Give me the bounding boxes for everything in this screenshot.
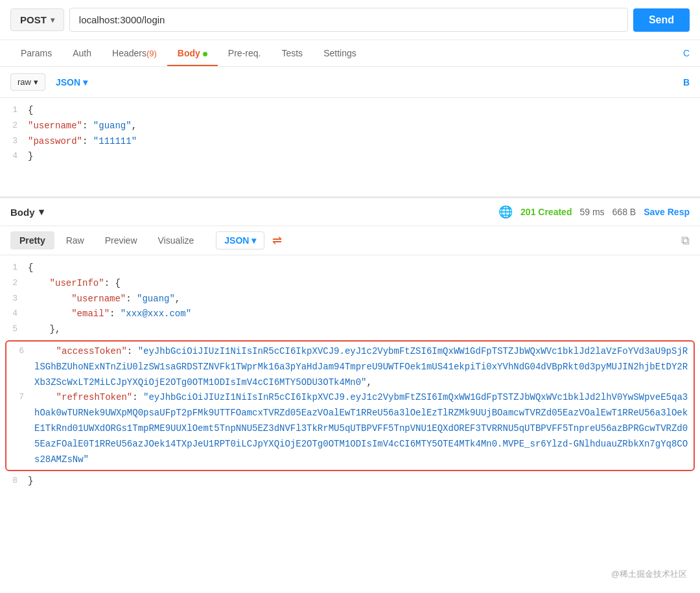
req-line-3: 3 "password": "111111" — [0, 134, 700, 150]
chevron-down-icon: ▾ — [251, 235, 256, 246]
tab-settings[interactable]: Settings — [313, 40, 367, 66]
copy-icon[interactable]: ⧉ — [681, 234, 690, 248]
globe-icon: 🌐 — [498, 205, 513, 219]
resp-tab-pretty[interactable]: Pretty — [10, 231, 54, 250]
tab-body[interactable]: Body — [167, 40, 218, 66]
url-input[interactable] — [69, 8, 628, 32]
url-bar: POST ▾ Send — [0, 0, 700, 40]
chevron-down-icon: ▾ — [34, 77, 38, 87]
nav-right-link[interactable]: C — [683, 48, 690, 58]
resp-format-select[interactable]: JSON ▾ — [216, 231, 264, 250]
format-right[interactable]: B — [683, 77, 690, 87]
resp-line-3: 3 "username": "guang", — [0, 292, 700, 307]
save-response-button[interactable]: Save Resp — [644, 207, 690, 217]
tab-headers[interactable]: Headers(9) — [102, 40, 167, 66]
tab-tests[interactable]: Tests — [271, 40, 313, 66]
req-line-4: 4 } — [0, 149, 700, 165]
method-select[interactable]: POST ▾ — [10, 8, 64, 31]
raw-select[interactable]: raw ▾ — [10, 73, 45, 91]
tab-auth[interactable]: Auth — [62, 40, 102, 66]
tab-prereq[interactable]: Pre-req. — [218, 40, 272, 66]
tab-params[interactable]: Params — [10, 40, 62, 66]
request-body-editor: 1 { 2 "username": "guang", 3 "password":… — [0, 98, 700, 198]
body-dot — [203, 52, 207, 56]
highlight-box: 6 "accessToken": "eyJhbGciOiJIUzI1NiIsIn… — [5, 340, 695, 471]
send-button[interactable]: Send — [633, 8, 690, 32]
watermark: @稀土掘金技术社区 — [611, 568, 687, 580]
chevron-down-icon: ▾ — [39, 206, 44, 218]
resp-line-6: 6 "accessToken": "eyJhbGciOiJIUzI1NiIsIn… — [6, 344, 694, 390]
response-tabs: Pretty Raw Preview Visualize JSON ▾ ⇌ ⧉ — [0, 226, 700, 255]
resp-line-8: 8 } — [0, 474, 700, 489]
json-select[interactable]: JSON ▾ — [51, 74, 93, 91]
response-time: 59 ms — [579, 207, 604, 217]
response-body: 1 { 2 "userInfo": { 3 "username": "guang… — [0, 255, 700, 494]
method-text: POST — [20, 14, 47, 25]
resp-line-7: 7 "refreshToken": "eyJhbGciOiJIUzI1NiIsI… — [6, 390, 694, 467]
response-bar: Body ▾ 🌐 201 Created 59 ms 668 B Save Re… — [0, 198, 700, 226]
resp-tab-preview[interactable]: Preview — [96, 231, 146, 250]
word-wrap-icon[interactable]: ⇌ — [272, 233, 282, 248]
chevron-down-icon: ▾ — [83, 77, 88, 87]
req-line-2: 2 "username": "guang", — [0, 119, 700, 134]
response-size: 668 B — [612, 207, 636, 217]
status-badge: 201 Created — [520, 207, 572, 217]
resp-line-1: 1 { — [0, 261, 700, 276]
resp-line-4: 4 "email": "xxx@xxx.com" — [0, 307, 700, 322]
resp-line-5: 5 }, — [0, 322, 700, 338]
format-bar: raw ▾ JSON ▾ B — [0, 67, 700, 98]
req-line-1: 1 { — [0, 103, 700, 119]
chevron-down-icon: ▾ — [51, 16, 54, 25]
response-label[interactable]: Body ▾ — [10, 206, 44, 218]
request-tabs: Params Auth Headers(9) Body Pre-req. Tes… — [0, 40, 700, 67]
resp-tab-visualize[interactable]: Visualize — [149, 231, 204, 250]
resp-line-2: 2 "userInfo": { — [0, 276, 700, 292]
resp-tab-raw[interactable]: Raw — [57, 231, 93, 250]
